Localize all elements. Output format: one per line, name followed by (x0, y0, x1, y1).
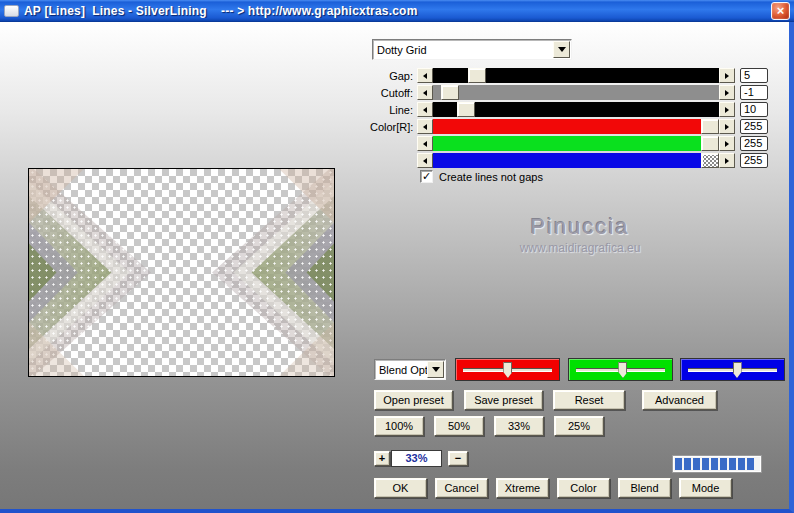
slider-left-arrow-icon[interactable] (417, 136, 433, 151)
color-b-slider[interactable] (417, 153, 735, 168)
slider-left-arrow-icon[interactable] (417, 102, 433, 117)
watermark-name: Pinuccia (440, 214, 720, 240)
pattern-select-value: Dotty Grid (373, 44, 553, 56)
watermark-url: www.maidiragrafica.eu (440, 241, 720, 255)
color-g-row: 255 (370, 136, 768, 151)
slider-left-arrow-icon[interactable] (417, 85, 433, 100)
slider-right-arrow-icon[interactable] (719, 119, 735, 134)
slider-left-arrow-icon[interactable] (417, 68, 433, 83)
color-g-slider[interactable] (417, 136, 735, 151)
color-r-label: Color[R]: (370, 121, 417, 133)
pattern-select[interactable]: Dotty Grid (372, 39, 572, 60)
color-r-value-input[interactable]: 255 (740, 119, 768, 134)
slider-thumb[interactable] (733, 362, 742, 378)
zoom-in-button[interactable]: + (374, 451, 390, 466)
watermark: Pinuccia www.maidiragrafica.eu (440, 214, 720, 255)
zoom-33-button[interactable]: 33% (494, 416, 544, 436)
gap-row: Gap: 5 (370, 68, 768, 83)
chevron-down-icon[interactable] (427, 361, 444, 378)
chevron-down-icon[interactable] (553, 41, 570, 58)
action-button-row: OK Cancel Xtreme Color Blend Mode (374, 478, 740, 498)
save-preset-button[interactable]: Save preset (464, 390, 543, 410)
open-preset-button[interactable]: Open preset (374, 390, 453, 410)
cutoff-value-input[interactable]: -1 (740, 85, 768, 100)
green-channel-slider[interactable] (568, 358, 673, 381)
gap-slider[interactable] (417, 68, 735, 83)
zoom-level-display: 33% (391, 450, 442, 467)
slider-thumb[interactable] (701, 136, 719, 151)
preview-right-shape (29, 169, 334, 376)
slider-track[interactable] (433, 136, 719, 151)
slider-track[interactable] (433, 102, 719, 117)
gap-label: Gap: (370, 70, 417, 82)
cutoff-row: Cutoff: -1 (370, 85, 768, 100)
mode-button[interactable]: Mode (679, 478, 732, 498)
zoom-25-button[interactable]: 25% (554, 416, 604, 436)
line-label: Line: (370, 104, 417, 116)
cutoff-label: Cutoff: (370, 87, 417, 99)
preset-button-row: Open preset Save preset Reset Advanced (374, 390, 717, 410)
plugin-window: AP [Lines] Lines - SilverLining --- > ht… (0, 0, 794, 513)
gap-value-input[interactable]: 5 (740, 68, 768, 83)
slider-track[interactable] (433, 153, 719, 168)
zoom-100-button[interactable]: 100% (374, 416, 424, 436)
slider-thumb[interactable] (457, 102, 475, 117)
slider-left-arrow-icon[interactable] (417, 153, 433, 168)
zoom-50-button[interactable]: 50% (434, 416, 484, 436)
slider-track[interactable] (433, 119, 719, 134)
slider-right-arrow-icon[interactable] (719, 68, 735, 83)
slider-thumb[interactable] (468, 68, 486, 83)
blend-options-value: Blend Opti (375, 364, 427, 376)
slider-thumb[interactable] (701, 153, 719, 168)
line-value-input[interactable]: 10 (740, 102, 768, 117)
slider-track[interactable] (433, 85, 719, 100)
advanced-button[interactable]: Advanced (642, 390, 717, 410)
color-r-row: Color[R]: 255 (370, 119, 768, 134)
slider-right-arrow-icon[interactable] (719, 102, 735, 117)
app-icon (4, 5, 19, 17)
ok-button[interactable]: OK (374, 478, 427, 498)
preview-canvas[interactable] (28, 168, 335, 377)
reset-button[interactable]: Reset (553, 390, 625, 410)
blend-button[interactable]: Blend (618, 478, 671, 498)
cutoff-slider[interactable] (417, 85, 735, 100)
close-button[interactable]: × (771, 2, 790, 20)
slider-right-arrow-icon[interactable] (719, 85, 735, 100)
window-title: AP [Lines] Lines - SilverLining --- > ht… (24, 4, 771, 18)
color-b-row: 255 (370, 153, 768, 168)
window-frame: Dotty Grid Gap: 5 Cutoff: -1 Line: (0, 22, 794, 513)
color-button[interactable]: Color (557, 478, 610, 498)
zoom-out-button[interactable]: − (448, 451, 468, 466)
zoom-button-row: 100% 50% 33% 25% (374, 416, 614, 436)
titlebar[interactable]: AP [Lines] Lines - SilverLining --- > ht… (0, 0, 794, 22)
red-channel-slider[interactable] (455, 358, 560, 381)
check-icon: ✓ (422, 171, 431, 182)
slider-thumb[interactable] (503, 362, 512, 378)
blue-channel-slider[interactable] (680, 358, 785, 381)
color-r-slider[interactable] (417, 119, 735, 134)
color-b-value-input[interactable]: 255 (740, 153, 768, 168)
slider-right-arrow-icon[interactable] (719, 153, 735, 168)
cancel-button[interactable]: Cancel (435, 478, 488, 498)
color-g-value-input[interactable]: 255 (740, 136, 768, 151)
create-lines-checkbox[interactable]: ✓ (420, 170, 433, 183)
progress-bar (672, 455, 762, 473)
slider-left-arrow-icon[interactable] (417, 119, 433, 134)
slider-thumb[interactable] (618, 362, 627, 378)
slider-thumb[interactable] (701, 119, 719, 134)
slider-track[interactable] (433, 68, 719, 83)
blend-options-select[interactable]: Blend Opti (374, 359, 446, 380)
slider-right-arrow-icon[interactable] (719, 136, 735, 151)
create-lines-option: ✓ Create lines not gaps (420, 170, 543, 183)
dialog-body: Dotty Grid Gap: 5 Cutoff: -1 Line: (0, 22, 789, 509)
create-lines-label: Create lines not gaps (439, 171, 543, 183)
line-slider[interactable] (417, 102, 735, 117)
close-icon: × (777, 3, 785, 18)
slider-thumb[interactable] (441, 85, 459, 100)
progress-segments (675, 458, 759, 470)
line-row: Line: 10 (370, 102, 768, 117)
zoom-control: + 33% − (374, 450, 468, 467)
xtreme-button[interactable]: Xtreme (496, 478, 549, 498)
